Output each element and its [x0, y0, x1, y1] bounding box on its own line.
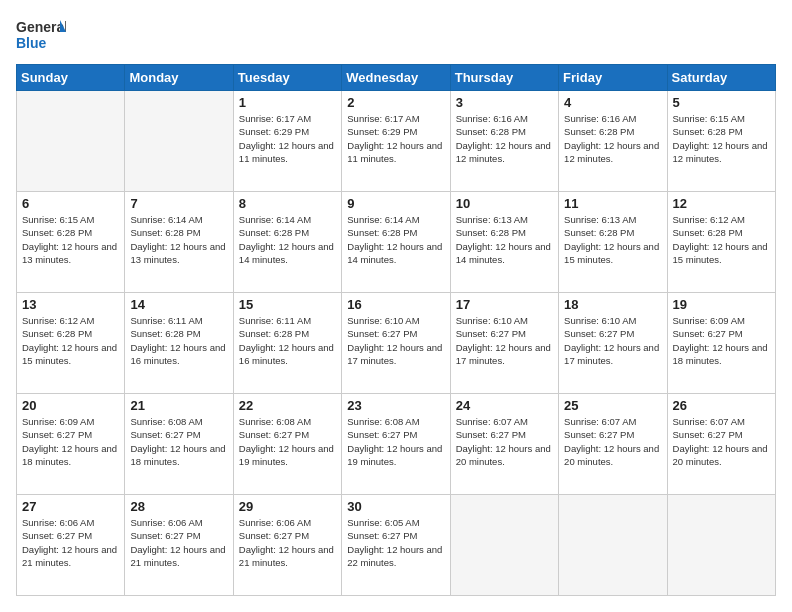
day-info: Sunrise: 6:11 AM Sunset: 6:28 PM Dayligh…: [130, 314, 227, 367]
day-number: 26: [673, 398, 770, 413]
day-info: Sunrise: 6:05 AM Sunset: 6:27 PM Dayligh…: [347, 516, 444, 569]
day-number: 28: [130, 499, 227, 514]
day-number: 20: [22, 398, 119, 413]
day-info: Sunrise: 6:13 AM Sunset: 6:28 PM Dayligh…: [456, 213, 553, 266]
page-header: General Blue: [16, 16, 776, 54]
day-info: Sunrise: 6:08 AM Sunset: 6:27 PM Dayligh…: [347, 415, 444, 468]
day-info: Sunrise: 6:10 AM Sunset: 6:27 PM Dayligh…: [347, 314, 444, 367]
day-number: 18: [564, 297, 661, 312]
calendar-day-header: Sunday: [17, 65, 125, 91]
calendar-cell: 29Sunrise: 6:06 AM Sunset: 6:27 PM Dayli…: [233, 495, 341, 596]
day-number: 14: [130, 297, 227, 312]
calendar-cell: 24Sunrise: 6:07 AM Sunset: 6:27 PM Dayli…: [450, 394, 558, 495]
calendar-cell: 19Sunrise: 6:09 AM Sunset: 6:27 PM Dayli…: [667, 293, 775, 394]
calendar-week-row: 1Sunrise: 6:17 AM Sunset: 6:29 PM Daylig…: [17, 91, 776, 192]
calendar-cell: 7Sunrise: 6:14 AM Sunset: 6:28 PM Daylig…: [125, 192, 233, 293]
calendar-day-header: Friday: [559, 65, 667, 91]
calendar-day-header: Wednesday: [342, 65, 450, 91]
calendar-cell: 30Sunrise: 6:05 AM Sunset: 6:27 PM Dayli…: [342, 495, 450, 596]
day-info: Sunrise: 6:14 AM Sunset: 6:28 PM Dayligh…: [347, 213, 444, 266]
day-info: Sunrise: 6:12 AM Sunset: 6:28 PM Dayligh…: [22, 314, 119, 367]
calendar-week-row: 20Sunrise: 6:09 AM Sunset: 6:27 PM Dayli…: [17, 394, 776, 495]
calendar-day-header: Saturday: [667, 65, 775, 91]
day-info: Sunrise: 6:15 AM Sunset: 6:28 PM Dayligh…: [673, 112, 770, 165]
day-info: Sunrise: 6:11 AM Sunset: 6:28 PM Dayligh…: [239, 314, 336, 367]
calendar-cell: 4Sunrise: 6:16 AM Sunset: 6:28 PM Daylig…: [559, 91, 667, 192]
calendar-cell: [450, 495, 558, 596]
calendar-day-header: Monday: [125, 65, 233, 91]
calendar-cell: 21Sunrise: 6:08 AM Sunset: 6:27 PM Dayli…: [125, 394, 233, 495]
calendar-cell: 20Sunrise: 6:09 AM Sunset: 6:27 PM Dayli…: [17, 394, 125, 495]
calendar-cell: 8Sunrise: 6:14 AM Sunset: 6:28 PM Daylig…: [233, 192, 341, 293]
day-info: Sunrise: 6:07 AM Sunset: 6:27 PM Dayligh…: [456, 415, 553, 468]
day-number: 21: [130, 398, 227, 413]
day-info: Sunrise: 6:07 AM Sunset: 6:27 PM Dayligh…: [673, 415, 770, 468]
day-number: 3: [456, 95, 553, 110]
calendar-week-row: 6Sunrise: 6:15 AM Sunset: 6:28 PM Daylig…: [17, 192, 776, 293]
day-number: 30: [347, 499, 444, 514]
day-info: Sunrise: 6:16 AM Sunset: 6:28 PM Dayligh…: [564, 112, 661, 165]
calendar-cell: 27Sunrise: 6:06 AM Sunset: 6:27 PM Dayli…: [17, 495, 125, 596]
calendar-cell: [559, 495, 667, 596]
calendar-cell: 28Sunrise: 6:06 AM Sunset: 6:27 PM Dayli…: [125, 495, 233, 596]
day-number: 6: [22, 196, 119, 211]
calendar-cell: 12Sunrise: 6:12 AM Sunset: 6:28 PM Dayli…: [667, 192, 775, 293]
day-number: 11: [564, 196, 661, 211]
calendar-cell: 14Sunrise: 6:11 AM Sunset: 6:28 PM Dayli…: [125, 293, 233, 394]
day-number: 15: [239, 297, 336, 312]
calendar-week-row: 13Sunrise: 6:12 AM Sunset: 6:28 PM Dayli…: [17, 293, 776, 394]
day-info: Sunrise: 6:06 AM Sunset: 6:27 PM Dayligh…: [239, 516, 336, 569]
calendar-cell: 25Sunrise: 6:07 AM Sunset: 6:27 PM Dayli…: [559, 394, 667, 495]
day-number: 17: [456, 297, 553, 312]
day-info: Sunrise: 6:14 AM Sunset: 6:28 PM Dayligh…: [130, 213, 227, 266]
day-number: 12: [673, 196, 770, 211]
calendar-cell: 2Sunrise: 6:17 AM Sunset: 6:29 PM Daylig…: [342, 91, 450, 192]
calendar-cell: 15Sunrise: 6:11 AM Sunset: 6:28 PM Dayli…: [233, 293, 341, 394]
calendar-cell: 17Sunrise: 6:10 AM Sunset: 6:27 PM Dayli…: [450, 293, 558, 394]
day-info: Sunrise: 6:17 AM Sunset: 6:29 PM Dayligh…: [347, 112, 444, 165]
day-number: 22: [239, 398, 336, 413]
day-info: Sunrise: 6:10 AM Sunset: 6:27 PM Dayligh…: [456, 314, 553, 367]
calendar-day-header: Thursday: [450, 65, 558, 91]
calendar-cell: 18Sunrise: 6:10 AM Sunset: 6:27 PM Dayli…: [559, 293, 667, 394]
day-info: Sunrise: 6:17 AM Sunset: 6:29 PM Dayligh…: [239, 112, 336, 165]
day-number: 2: [347, 95, 444, 110]
day-number: 16: [347, 297, 444, 312]
calendar-cell: 6Sunrise: 6:15 AM Sunset: 6:28 PM Daylig…: [17, 192, 125, 293]
svg-text:General: General: [16, 19, 66, 35]
day-info: Sunrise: 6:13 AM Sunset: 6:28 PM Dayligh…: [564, 213, 661, 266]
calendar-cell: 3Sunrise: 6:16 AM Sunset: 6:28 PM Daylig…: [450, 91, 558, 192]
day-number: 13: [22, 297, 119, 312]
calendar-cell: 13Sunrise: 6:12 AM Sunset: 6:28 PM Dayli…: [17, 293, 125, 394]
calendar-cell: 11Sunrise: 6:13 AM Sunset: 6:28 PM Dayli…: [559, 192, 667, 293]
day-info: Sunrise: 6:10 AM Sunset: 6:27 PM Dayligh…: [564, 314, 661, 367]
day-info: Sunrise: 6:08 AM Sunset: 6:27 PM Dayligh…: [130, 415, 227, 468]
day-info: Sunrise: 6:14 AM Sunset: 6:28 PM Dayligh…: [239, 213, 336, 266]
calendar-table: SundayMondayTuesdayWednesdayThursdayFrid…: [16, 64, 776, 596]
calendar-cell: [667, 495, 775, 596]
day-number: 5: [673, 95, 770, 110]
day-number: 4: [564, 95, 661, 110]
logo-svg: General Blue: [16, 16, 66, 54]
day-number: 25: [564, 398, 661, 413]
day-info: Sunrise: 6:07 AM Sunset: 6:27 PM Dayligh…: [564, 415, 661, 468]
calendar-cell: 1Sunrise: 6:17 AM Sunset: 6:29 PM Daylig…: [233, 91, 341, 192]
day-number: 10: [456, 196, 553, 211]
day-number: 1: [239, 95, 336, 110]
calendar-cell: [17, 91, 125, 192]
day-number: 9: [347, 196, 444, 211]
calendar-header-row: SundayMondayTuesdayWednesdayThursdayFrid…: [17, 65, 776, 91]
day-info: Sunrise: 6:15 AM Sunset: 6:28 PM Dayligh…: [22, 213, 119, 266]
day-info: Sunrise: 6:08 AM Sunset: 6:27 PM Dayligh…: [239, 415, 336, 468]
day-info: Sunrise: 6:09 AM Sunset: 6:27 PM Dayligh…: [673, 314, 770, 367]
day-info: Sunrise: 6:12 AM Sunset: 6:28 PM Dayligh…: [673, 213, 770, 266]
calendar-day-header: Tuesday: [233, 65, 341, 91]
calendar-cell: [125, 91, 233, 192]
calendar-cell: 22Sunrise: 6:08 AM Sunset: 6:27 PM Dayli…: [233, 394, 341, 495]
day-info: Sunrise: 6:06 AM Sunset: 6:27 PM Dayligh…: [130, 516, 227, 569]
day-number: 8: [239, 196, 336, 211]
calendar-cell: 10Sunrise: 6:13 AM Sunset: 6:28 PM Dayli…: [450, 192, 558, 293]
calendar-cell: 9Sunrise: 6:14 AM Sunset: 6:28 PM Daylig…: [342, 192, 450, 293]
calendar-cell: 16Sunrise: 6:10 AM Sunset: 6:27 PM Dayli…: [342, 293, 450, 394]
svg-text:Blue: Blue: [16, 35, 47, 51]
